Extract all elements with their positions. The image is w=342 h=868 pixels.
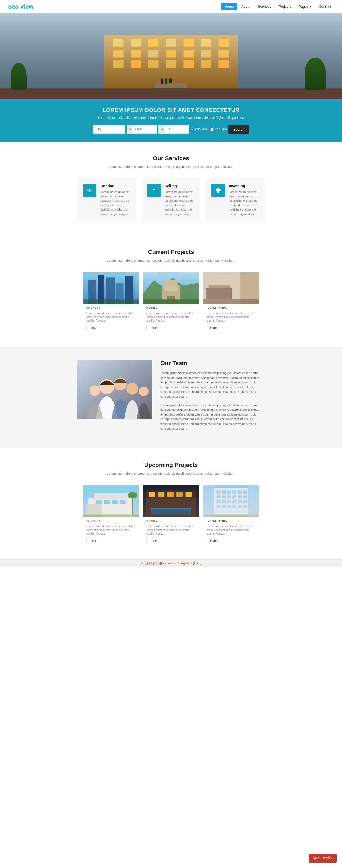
svg-rect-50	[222, 491, 226, 494]
svg-rect-32	[112, 500, 117, 504]
watermark-bar: 如何删除/如何用bbs.xianliso.com实发下载词汇	[0, 559, 342, 567]
upcoming-installation-category: INSTALLATION	[207, 520, 256, 523]
watermark-text: 如何删除/如何用bbs.xianliso.com实发下载词汇	[141, 562, 201, 565]
from-price-group: $	[127, 125, 157, 133]
nav-home[interactable]: Home	[221, 3, 237, 10]
concept-more-btn[interactable]: more	[86, 325, 100, 330]
upcoming-installation: INSTALLATION Lorem dolor sit amet, conc …	[203, 485, 259, 546]
upcoming-concept: CONCEPT Lorem dolor sit amet, conc tetu …	[83, 485, 139, 546]
upcoming-installation-img	[203, 485, 259, 517]
upcoming-installation-more-btn[interactable]: more	[207, 538, 220, 543]
nav-contact[interactable]: Contact	[315, 3, 334, 10]
upcoming-projects-grid: CONCEPT Lorem dolor sit amet, conc tetu …	[11, 485, 331, 546]
upcoming-installation-desc: Lorem dolor sit amet, conc tetu er adipl…	[207, 524, 256, 536]
svg-rect-42	[167, 492, 174, 497]
design-more-btn[interactable]: more	[146, 325, 160, 330]
upcoming-concept-info: CONCEPT Lorem dolor sit amet, conc tetu …	[83, 517, 139, 546]
svg-rect-68	[222, 505, 226, 508]
svg-rect-60	[243, 495, 247, 498]
installation-img-placeholder	[203, 272, 259, 304]
renting-icon: 👁	[83, 184, 97, 197]
checkbox-group: For Rent For Sale	[191, 127, 227, 131]
svg-rect-6	[83, 299, 139, 304]
to-price-group: $	[159, 125, 189, 133]
service-investing: ✚ Investing Lorem ipsum dolor sit amet, …	[206, 178, 265, 222]
design-img-placeholder	[143, 272, 199, 304]
nav-projects[interactable]: Projects	[275, 3, 295, 10]
services-subtitle: Lorem ipsum dolor sit amet, consectetur …	[11, 165, 331, 169]
svg-rect-61	[217, 500, 221, 503]
team-text-1: Lorem ipsum dolor sit amet, consectetur …	[160, 371, 265, 399]
nav-about[interactable]: About	[238, 3, 253, 10]
svg-rect-44	[185, 492, 192, 497]
search-subtitle: Lorem ipsum dolor sit amet in reprehende…	[5, 116, 337, 120]
brand-logo[interactable]: Sea View	[8, 3, 33, 10]
installation-desc: Lorem dolor sit amet, conc tetu er adipl…	[207, 311, 256, 323]
selling-desc: Lorem ipsum dolor sit amet, consectetur …	[165, 190, 195, 216]
svg-rect-33	[120, 500, 126, 504]
services-grid: 👁 Renting Lorem ipsum dolor sit amet, co…	[11, 178, 331, 222]
upcoming-projects-section: Upcoming Projects Lorem ipsum dolor sit …	[0, 448, 342, 559]
svg-rect-56	[222, 495, 226, 498]
investing-icon: ✚	[211, 184, 225, 197]
nav-pages[interactable]: Pages ▾	[296, 3, 314, 10]
svg-rect-10	[164, 280, 178, 291]
for-rent-checkbox[interactable]	[191, 128, 194, 131]
to-dollar-sign: $	[159, 125, 165, 133]
installation-info: INSTALLATION Lorem dolor sit amet, conc …	[203, 304, 259, 333]
for-sale-label[interactable]: For Sale	[210, 127, 227, 131]
design-desc: Lorem dolor sit amet, conc tetu er adipl…	[146, 311, 196, 323]
renting-desc: Lorem ipsum dolor sit amet, consectetur …	[100, 190, 131, 216]
concept-category: CONCEPT	[86, 307, 135, 310]
upcoming-concept-desc: Lorem dolor sit amet, conc tetu er adipl…	[86, 524, 135, 536]
investing-name: Investing	[229, 184, 259, 188]
team-photo-placeholder	[77, 360, 152, 419]
svg-rect-53	[238, 491, 242, 494]
upcoming-installation-info: INSTALLATION Lorem dolor sit amet, conc …	[203, 517, 259, 546]
city-input[interactable]	[93, 125, 125, 133]
current-projects-title: Current Projects	[11, 249, 331, 255]
svg-rect-74	[203, 485, 214, 517]
svg-rect-58	[233, 495, 236, 498]
current-projects-subtitle: Lorem ipsum dolor sit amet, consectetur …	[11, 259, 331, 262]
brand-view: View	[19, 3, 33, 10]
svg-rect-16	[206, 288, 233, 299]
svg-point-36	[128, 492, 137, 498]
service-investing-content: Investing Lorem ipsum dolor sit amet, co…	[229, 184, 259, 216]
search-title: LOREM IPSUM DOLOR SIT AMET CONSECTETUR	[5, 107, 337, 113]
upcoming-design: DESIGN Lorem dolor sit amet, conc tetu e…	[143, 485, 199, 546]
installation-more-btn[interactable]: more	[207, 325, 220, 330]
svg-point-24	[126, 383, 138, 395]
for-rent-text: For Rent	[195, 127, 208, 131]
upcoming-design-img-placeholder	[143, 485, 199, 517]
for-sale-checkbox[interactable]	[210, 128, 214, 131]
svg-rect-59	[238, 495, 242, 498]
svg-point-23	[90, 385, 100, 396]
upcoming-concept-img-placeholder	[83, 485, 139, 517]
service-selling: " Selling Lorem ipsum dolor sit amet, co…	[142, 178, 200, 222]
service-selling-content: Selling Lorem ipsum dolor sit amet, cons…	[165, 184, 195, 216]
nav-links: Home About Services Projects Pages ▾ Con…	[221, 3, 334, 10]
upcoming-title: Upcoming Projects	[11, 462, 331, 468]
upcoming-design-more-btn[interactable]: more	[146, 538, 160, 543]
service-renting: 👁 Renting Lorem ipsum dolor sit amet, co…	[77, 178, 136, 222]
svg-rect-72	[243, 505, 247, 508]
svg-rect-46	[151, 508, 191, 509]
upcoming-concept-more-btn[interactable]: more	[86, 538, 100, 543]
svg-rect-66	[243, 500, 247, 503]
search-button[interactable]: Search	[229, 125, 249, 133]
svg-rect-41	[158, 492, 164, 497]
svg-rect-35	[132, 496, 133, 514]
from-input[interactable]	[133, 125, 157, 133]
to-input[interactable]	[165, 125, 189, 133]
svg-rect-12	[143, 299, 199, 304]
for-rent-label[interactable]: For Rent	[191, 127, 208, 131]
svg-rect-65	[238, 500, 242, 503]
svg-rect-63	[227, 500, 231, 503]
selling-name: Selling	[165, 184, 195, 188]
search-section: LOREM IPSUM DOLOR SIT AMET CONSECTETUR L…	[0, 99, 342, 142]
svg-rect-30	[97, 500, 102, 504]
svg-rect-34	[83, 515, 139, 517]
nav-services[interactable]: Services	[254, 3, 274, 10]
navbar: Sea View Home About Services Projects Pa…	[0, 0, 342, 13]
